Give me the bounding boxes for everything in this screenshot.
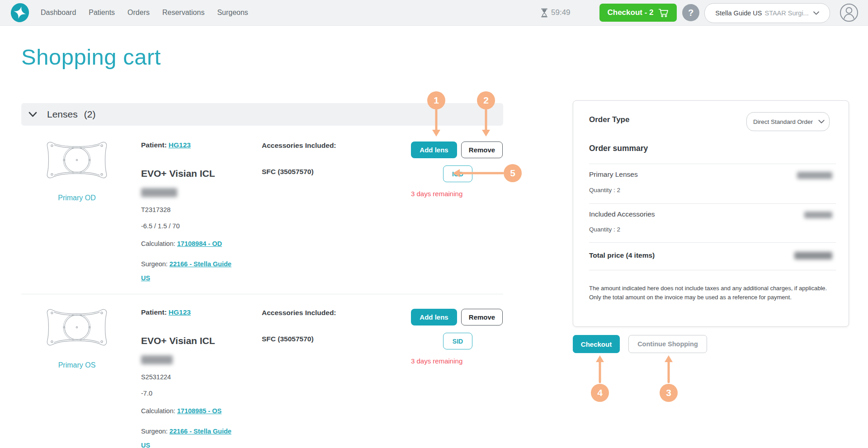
surgeon-label: Surgeon:: [141, 260, 168, 268]
account-name: Stella Guide US: [715, 9, 762, 17]
price-disclaimer: The amount indicated here does not inclu…: [589, 284, 834, 302]
product-name: EVO+ Visian ICL: [141, 335, 215, 346]
hourglass-icon: [541, 8, 548, 18]
lens-position-label: Primary OS: [45, 361, 108, 369]
continue-shopping-button[interactable]: Continue Shopping: [628, 335, 707, 353]
add-lens-button[interactable]: Add lens: [411, 309, 457, 325]
order-type-value: Direct Standard Orders: [753, 118, 813, 125]
calculation-line: Calculation:17108984 - OD: [141, 240, 250, 247]
divider: [589, 203, 836, 204]
patient-link[interactable]: HG123: [169, 141, 191, 149]
accessories-label: Accessories Included:: [262, 141, 336, 150]
summary-line-label: Primary Lenses: [589, 170, 638, 179]
patient-label: Patient:: [141, 308, 167, 316]
nav-reservations[interactable]: Reservations: [162, 9, 204, 17]
accessory-value: SFC (35057570): [262, 168, 314, 176]
summary-line-qty: Quantity : 2: [589, 226, 620, 233]
divider: [589, 164, 836, 164]
lens-illustration: [45, 307, 108, 348]
staar-logo-icon[interactable]: [10, 3, 30, 23]
order-summary-panel: Order Type Direct Standard Orders Order …: [573, 100, 849, 327]
add-lens-button[interactable]: Add lens: [411, 141, 457, 158]
surgeon-line: Surgeon:22166 - Stella Guide US: [141, 257, 240, 285]
lens-serial: T2317328: [141, 206, 170, 213]
lens-serial: S2531224: [141, 373, 171, 381]
account-org: STAAR Surgi...: [764, 9, 808, 17]
nav-orders[interactable]: Orders: [127, 9, 150, 17]
annotation-badge-5: 5: [504, 164, 522, 182]
product-name: EVO+ Visian ICL: [141, 168, 215, 179]
surgeon-line: Surgeon:22166 - Stella Guide US: [141, 424, 240, 448]
price-redacted: [141, 188, 177, 197]
profile-avatar-icon[interactable]: [839, 3, 859, 23]
header-checkout-label: Checkout - 2: [607, 8, 653, 17]
price-redacted: [804, 212, 832, 218]
patient-line: Patient:HG123: [141, 141, 245, 149]
timer-value: 59:49: [551, 8, 571, 17]
nav-surgeons[interactable]: Surgeons: [217, 9, 248, 17]
nav-dashboard[interactable]: Dashboard: [41, 9, 76, 17]
cart-timer: 59:49: [541, 0, 571, 25]
summary-line-label: Included Accessories: [589, 210, 655, 218]
order-summary-title: Order summary: [589, 144, 648, 153]
divider: [589, 242, 836, 243]
delivery-tag-button[interactable]: SID: [443, 333, 472, 349]
delivery-tag-button[interactable]: IOD: [443, 165, 472, 182]
item-divider: [21, 294, 503, 294]
question-icon: ?: [688, 8, 693, 18]
cart-item: Primary OS Patient:HG123 EVO+ Visian ICL…: [0, 304, 520, 448]
price-redacted: [794, 252, 832, 259]
accessories-label: Accessories Included:: [262, 309, 336, 317]
surgeon-label: Surgeon:: [141, 428, 168, 435]
shopping-cart-page: Dashboard Patients Orders Reservations S…: [0, 0, 868, 448]
patient-line: Patient:HG123: [141, 308, 245, 316]
days-remaining: 3 days remaining: [411, 357, 462, 365]
patient-label: Patient:: [141, 141, 167, 149]
chevron-down-icon: [28, 112, 37, 118]
calculation-label: Calculation:: [141, 407, 175, 415]
account-selector[interactable]: Stella Guide US STAAR Surgi...: [704, 3, 830, 23]
remove-button[interactable]: Remove: [461, 141, 503, 158]
patient-link[interactable]: HG123: [169, 308, 191, 316]
calculation-line: Calculation:17108985 - OS: [141, 407, 250, 415]
main-nav: Dashboard Patients Orders Reservations S…: [41, 0, 248, 25]
annotation-badge-1: 1: [427, 91, 445, 109]
annotation-badge-3: 3: [660, 384, 678, 402]
price-redacted: [141, 355, 173, 364]
nav-patients[interactable]: Patients: [89, 9, 115, 17]
annotation-badge-2: 2: [477, 91, 495, 109]
cart-item: Primary OD Patient:HG123 EVO+ Visian ICL…: [0, 137, 520, 295]
remove-button[interactable]: Remove: [461, 309, 503, 325]
lens-power: -6.5 / 1.5 / 70: [141, 222, 179, 230]
total-price-label: Total price (4 items): [589, 251, 655, 259]
accessory-value: SFC (35057570): [262, 335, 314, 343]
lens-illustration: [45, 139, 108, 181]
lens-power: -7.0: [141, 390, 152, 397]
calculation-link[interactable]: 17108985 - OS: [177, 407, 222, 415]
chevron-down-icon: [818, 120, 825, 124]
page-title: Shopping cart: [21, 44, 161, 70]
section-label: Lenses: [47, 109, 78, 120]
summary-line-qty: Quantity : 2: [589, 187, 620, 193]
lens-position-label: Primary OD: [45, 194, 108, 202]
chevron-down-icon: [813, 11, 819, 15]
help-button[interactable]: ?: [682, 4, 699, 21]
price-redacted: [797, 172, 832, 179]
cart-icon: [658, 8, 669, 18]
header-checkout-button[interactable]: Checkout - 2: [599, 4, 677, 22]
checkout-button[interactable]: Checkout: [573, 335, 620, 353]
days-remaining: 3 days remaining: [411, 190, 462, 198]
calculation-link[interactable]: 17108984 - OD: [177, 240, 222, 247]
top-navigation-bar: Dashboard Patients Orders Reservations S…: [0, 0, 868, 26]
order-type-label: Order Type: [589, 115, 629, 124]
section-count: (2): [84, 109, 96, 120]
annotation-badge-4: 4: [591, 384, 609, 402]
calculation-label: Calculation:: [141, 240, 175, 247]
order-type-select[interactable]: Direct Standard Orders: [746, 112, 830, 131]
divider: [589, 270, 836, 270]
